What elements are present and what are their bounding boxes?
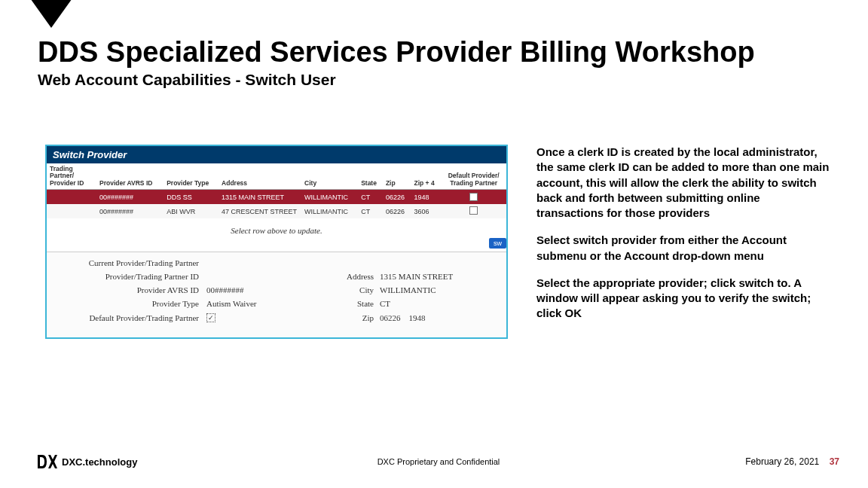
label-current-provider: Current Provider/Trading Partner (51, 258, 205, 267)
default-checkbox[interactable]: ✓ (469, 193, 478, 201)
table-row[interactable]: 00####### ABI WVR 47 CRESCENT STREET WIL… (47, 204, 506, 218)
cell-zip: 06226 (383, 204, 411, 218)
logo: DXC.technology (38, 455, 137, 468)
default-checkbox-detail[interactable]: ✓ (206, 313, 215, 322)
cell-state: CT (358, 190, 383, 205)
col-city: City (301, 163, 358, 190)
dxc-logo-icon (38, 455, 57, 468)
label-address: Address (326, 272, 378, 281)
switch-provider-panel: Switch Provider Trading Partner/ Provide… (45, 145, 508, 339)
panel-heading: Switch Provider (47, 146, 506, 163)
table-row[interactable]: 00####### DDS SS 1315 MAIN STREET WILLIM… (47, 190, 506, 205)
provider-table: Trading Partner/ Provider ID Provider AV… (47, 163, 506, 218)
decorative-triangle (29, 0, 74, 28)
label-state: State (326, 299, 378, 308)
col-zip4: Zip + 4 (411, 163, 441, 190)
footer-right: February 26, 2021 37 (745, 456, 839, 467)
label-avrs: Provider AVRS ID (51, 285, 205, 294)
update-prompt: Select row above to update. (47, 218, 506, 238)
col-avrs: Provider AVRS ID (96, 163, 164, 190)
col-address: Address (219, 163, 301, 190)
col-state: State (358, 163, 383, 190)
logo-text: DXC.technology (62, 456, 137, 468)
cell-pid (47, 204, 96, 218)
value-ptype: Autism Waiver (205, 299, 326, 308)
footer-date: February 26, 2021 (745, 456, 819, 467)
value-avrs: 00####### (205, 285, 326, 294)
cell-pid (47, 190, 96, 205)
note-paragraph: Select switch provider from either the A… (536, 233, 830, 264)
footer-confidential: DXC Proprietary and Confidential (377, 457, 500, 466)
value-zip: 06226 1948 (378, 313, 469, 322)
page-title: DDS Specialized Services Provider Billin… (38, 38, 830, 68)
note-paragraph: Select the appropriate provider; click s… (536, 276, 830, 322)
label-provider-id: Provider/Trading Partner ID (51, 272, 205, 281)
cell-avrs: 00####### (96, 190, 164, 205)
cell-ptype: ABI WVR (164, 204, 219, 218)
cell-state: CT (358, 204, 383, 218)
col-trading-partner: Trading Partner/ Provider ID (47, 163, 96, 190)
title-block: DDS Specialized Services Provider Billin… (38, 38, 830, 89)
default-checkbox[interactable] (469, 206, 478, 215)
value-city: WILLIMANTIC (378, 285, 469, 294)
notes-column: Once a clerk ID is created by the local … (536, 145, 830, 339)
footer: DXC.technology DXC Proprietary and Confi… (38, 455, 839, 468)
cell-ptype: DDS SS (164, 190, 219, 205)
value-address: 1315 MAIN STREET (378, 272, 469, 281)
col-ptype: Provider Type (164, 163, 219, 190)
cell-addr: 47 CRESCENT STREET (219, 204, 301, 218)
cell-zip: 06226 (383, 190, 411, 205)
col-default: Default Provider/ Trading Partner (441, 163, 506, 190)
note-paragraph: Once a clerk ID is created by the local … (536, 145, 830, 221)
cell-zip4: 3606 (411, 204, 441, 218)
cell-city: WILLIMANTIC (301, 204, 358, 218)
label-ptype: Provider Type (51, 299, 205, 308)
label-zip: Zip (326, 313, 378, 322)
label-city: City (326, 285, 378, 294)
cell-avrs: 00####### (96, 204, 164, 218)
content-row: Switch Provider Trading Partner/ Provide… (45, 145, 830, 339)
page-subtitle: Web Account Capabilities - Switch User (38, 71, 830, 89)
switch-button[interactable]: sw (489, 238, 506, 249)
col-zip: Zip (383, 163, 411, 190)
detail-area: Current Provider/Trading Partner Provide… (47, 252, 506, 337)
page-number: 37 (830, 456, 839, 467)
cell-city: WILLIMANTIC (301, 190, 358, 205)
value-state: CT (378, 299, 469, 308)
label-default: Default Provider/Trading Partner (51, 313, 205, 322)
cell-zip4: 1948 (411, 190, 441, 205)
cell-addr: 1315 MAIN STREET (219, 190, 301, 205)
